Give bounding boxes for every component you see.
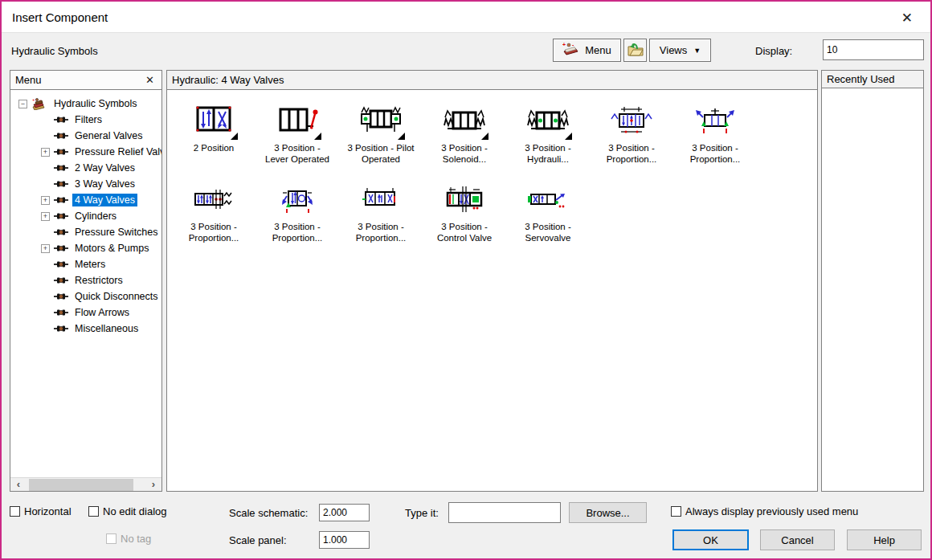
scale-schematic-input[interactable] [319, 504, 370, 521]
symbol-3-position-proportion[interactable]: 3 Position -Proportion... [255, 176, 339, 255]
tree-item-label: Quick Disconnects [72, 290, 161, 303]
expand-icon[interactable]: + [41, 196, 50, 205]
close-icon[interactable]: ✕ [897, 8, 918, 28]
tree-item-label: Pressure Relief Valves [72, 145, 161, 158]
views-dropdown-button[interactable]: Views ▼ [649, 39, 711, 62]
tree-item-3-way-valves[interactable]: 3 Way Valves [10, 176, 161, 192]
valve-node-icon [54, 132, 68, 140]
horizontal-checkbox[interactable]: Horizontal [10, 505, 72, 517]
valve-pilot-operated-icon [339, 102, 423, 139]
valve-servo-icon [506, 181, 590, 218]
display-label: Display: [755, 45, 792, 57]
symbol-3-position-proportion[interactable]: 3 Position -Proportion... [590, 97, 673, 176]
collapse-icon[interactable]: − [18, 100, 27, 108]
tree-item-label: Motors & Pumps [72, 242, 151, 255]
valve-node-icon [54, 292, 68, 300]
symbol-3-position-servovalve[interactable]: 3 Position -Servovalve [506, 176, 590, 255]
symbol-label: 3 Position -Proportion... [255, 221, 339, 243]
tree-item-4-way-valves[interactable]: +4 Way Valves [10, 192, 161, 208]
type-it-label: Type it: [405, 507, 439, 519]
expand-icon[interactable]: + [41, 148, 50, 157]
ok-button[interactable]: OK [672, 529, 749, 550]
valve-node-icon [54, 260, 68, 268]
tree-item-quick-disconnects[interactable]: Quick Disconnects [10, 288, 161, 305]
menu-close-icon[interactable]: ✕ [143, 74, 157, 86]
insert-component-dialog: Insert Component ✕ Hydraulic Symbols + -… [0, 0, 932, 560]
scrollbar-thumb[interactable] [29, 479, 133, 491]
symbol-3-position-solenoid[interactable]: 3 Position -Solenoid... [423, 97, 506, 176]
symbol-label: 3 Position -Proportion... [339, 221, 423, 243]
tree-item-hydraulic-symbols[interactable]: −+-Hydraulic Symbols [10, 96, 161, 112]
submenu-corner-icon [481, 133, 488, 140]
tree-item-miscellaneous[interactable]: Miscellaneous [10, 321, 161, 337]
symbol-panel-header: Hydraulic: 4 Way Valves [167, 71, 817, 90]
footer-bar: Horizontal No edit dialog No tag Scale s… [2, 494, 930, 560]
tree-item-flow-arrows[interactable]: Flow Arrows [10, 305, 161, 321]
symbol-3-position-pilot-operated[interactable]: 3 Position - PilotOperated [339, 97, 423, 176]
type-it-input[interactable] [448, 502, 561, 523]
tree-item-label: General Valves [72, 129, 145, 142]
library-label: Hydraulic Symbols [11, 45, 98, 57]
tree-item-filters[interactable]: Filters [10, 112, 161, 128]
symbol-3-position-hydrauli[interactable]: 3 Position -Hydrauli... [506, 97, 590, 176]
tree-item-label: Meters [72, 258, 108, 271]
tree-item-label: Restrictors [72, 274, 125, 287]
valve-node-icon [54, 244, 68, 252]
symbol-label: 3 Position -Proportion... [590, 142, 673, 165]
valve-proportional-5-icon [339, 181, 423, 218]
scroll-left-icon[interactable]: ‹ [12, 478, 25, 491]
tree-item-cylinders[interactable]: +Cylinders [10, 208, 161, 224]
symbol-3-position-proportion[interactable]: 3 Position -Proportion... [673, 97, 757, 176]
svg-text:-: - [39, 97, 41, 102]
valve-proportional-2-icon [673, 102, 757, 139]
symbol-3-position-proportion[interactable]: 3 Position -Proportion... [172, 176, 255, 255]
symbol-label: 2 Position [172, 142, 255, 153]
always-display-label: Always display previously used menu [685, 505, 858, 517]
menu-book-icon: + - [562, 42, 580, 59]
symbol-3-position-control-valve[interactable]: 3 Position -Control Valve [423, 176, 506, 255]
valve-2-position-icon [172, 102, 255, 139]
symbol-label: 3 Position -Proportion... [673, 142, 757, 165]
expand-icon[interactable]: + [41, 212, 50, 221]
help-button[interactable]: Help [847, 529, 922, 550]
cancel-button[interactable]: Cancel [760, 529, 835, 550]
valve-solenoid-icon [423, 102, 506, 139]
symbol-label: 3 Position -Servovalve [506, 221, 590, 243]
symbol-3-position-lever-operated[interactable]: 3 Position -Lever Operated [255, 97, 339, 176]
symbol-label: 3 Position -Solenoid... [423, 142, 506, 165]
up-one-level-button[interactable] [623, 39, 647, 62]
browse-button[interactable]: Browse... [569, 502, 647, 523]
tree-item-pressure-switches[interactable]: Pressure Switches [10, 224, 161, 240]
symbol-label: 3 Position -Proportion... [172, 221, 255, 243]
title-bar: Insert Component ✕ [2, 2, 930, 32]
no-edit-dialog-checkbox[interactable]: No edit dialog [88, 505, 167, 517]
tree-item-label: Cylinders [72, 210, 119, 223]
always-display-checkbox[interactable]: Always display previously used menu [671, 505, 858, 517]
symbol-list-panel: Hydraulic: 4 Way Valves 2 Position3 Posi… [166, 70, 818, 492]
tree-item-label: Miscellaneous [72, 322, 141, 335]
no-edit-dialog-label: No edit dialog [103, 505, 167, 517]
scroll-right-icon[interactable]: › [147, 478, 160, 491]
valve-control-icon [423, 181, 506, 218]
recently-used-header: Recently Used [822, 71, 923, 88]
valve-proportional-1-icon [590, 102, 673, 139]
tree-item-general-valves[interactable]: General Valves [10, 128, 161, 144]
symbol-2-position[interactable]: 2 Position [172, 97, 255, 176]
submenu-corner-icon [314, 133, 321, 140]
expand-icon[interactable]: + [41, 244, 50, 253]
recently-used-list [822, 89, 923, 491]
tree-item-restrictors[interactable]: Restrictors [10, 272, 161, 288]
top-toolbar: Hydraulic Symbols + - Menu [2, 32, 930, 67]
symbol-3-position-proportion[interactable]: 3 Position -Proportion... [339, 176, 423, 255]
tree-item-meters[interactable]: Meters [10, 256, 161, 272]
display-count-input[interactable] [823, 39, 924, 60]
tree-item-pressure-relief-valves[interactable]: +Pressure Relief Valves [10, 144, 161, 160]
folder-up-icon [627, 41, 644, 59]
scale-panel-input[interactable] [319, 531, 370, 549]
tree-item-2-way-valves[interactable]: 2 Way Valves [10, 160, 161, 176]
symbol-label: 3 Position -Hydrauli... [506, 142, 590, 165]
menu-button[interactable]: + - Menu [553, 39, 621, 62]
valve-node-icon [54, 180, 68, 188]
tree-item-motors-pumps[interactable]: +Motors & Pumps [10, 240, 161, 256]
checkbox-icon [88, 506, 99, 517]
